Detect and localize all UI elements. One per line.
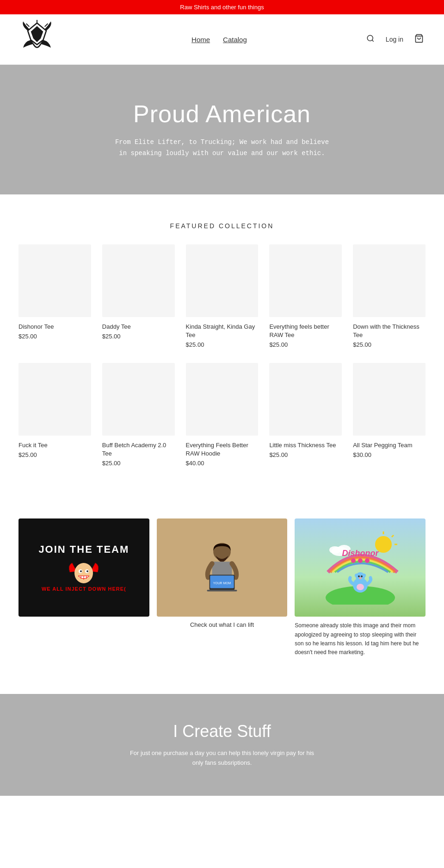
product-price: $25.00 — [102, 460, 175, 467]
product-name: Everything Feels Better RAW Hoodie — [186, 441, 259, 458]
svg-rect-18 — [207, 590, 237, 591]
svg-point-37 — [359, 577, 362, 579]
login-button[interactable]: Log in — [384, 34, 405, 45]
product-price: $25.00 — [102, 333, 175, 340]
logo[interactable] — [18, 20, 56, 59]
product-image — [269, 244, 342, 317]
product-name: Everything feels better RAW Tee — [269, 323, 342, 339]
bottom-hero-title: I Create Stuff — [130, 722, 314, 741]
svg-line-21 — [392, 535, 394, 537]
bottom-hero-section: I Create Stuff For just one purchase a d… — [0, 694, 444, 796]
product-image — [269, 363, 342, 436]
product-price: $40.00 — [186, 460, 259, 467]
person-icon: YOUR MOM — [194, 540, 250, 595]
dishonor-block: Dishonor — [295, 518, 426, 657]
product-card[interactable]: Down with the Thickness Tee$25.00 — [353, 244, 426, 348]
nav-catalog[interactable]: Catalog — [223, 36, 247, 44]
product-card[interactable]: Little miss Thickness Tee$25.00 — [269, 363, 342, 467]
svg-point-35 — [358, 575, 360, 577]
svg-point-34 — [362, 574, 366, 577]
product-name: Fuck it Tee — [18, 441, 91, 450]
bottom-hero-subtitle: For just one purchase a day you can help… — [130, 749, 314, 768]
product-price: $25.00 — [269, 341, 342, 348]
product-name: Daddy Tee — [102, 323, 175, 331]
join-team-block: JOIN THE TEAM — [18, 518, 149, 617]
product-image — [186, 244, 259, 317]
product-price: $25.00 — [353, 341, 426, 348]
product-name: Little miss Thickness Tee — [269, 441, 342, 450]
join-team-title: JOIN THE TEAM — [38, 543, 129, 556]
product-card[interactable]: Everything Feels Better RAW Hoodie$40.00 — [186, 363, 259, 467]
image-row: JOIN THE TEAM — [0, 500, 444, 675]
product-card[interactable]: All Star Pegging Team$30.00 — [353, 363, 426, 467]
main-nav: Home Catalog — [74, 36, 364, 44]
selfie-image[interactable]: YOUR MOM — [157, 518, 288, 617]
bottom-hero-content: I Create Stuff For just one purchase a d… — [130, 722, 314, 768]
product-name: Kinda Straight, Kinda Gay Tee — [186, 323, 259, 339]
search-button[interactable] — [364, 32, 376, 47]
product-price: $25.00 — [186, 341, 259, 348]
svg-point-5 — [367, 35, 373, 41]
svg-text:Dishonor: Dishonor — [342, 549, 379, 558]
svg-point-33 — [355, 574, 358, 577]
clown-icon — [65, 558, 102, 586]
header-actions: Log in — [364, 32, 426, 47]
product-image — [102, 363, 175, 436]
hero-title: Proud American — [111, 100, 333, 128]
cart-button[interactable] — [413, 32, 426, 47]
join-team-image[interactable]: JOIN THE TEAM — [18, 518, 149, 617]
logo-icon — [18, 20, 56, 57]
svg-point-8 — [74, 563, 93, 583]
svg-line-3 — [26, 24, 30, 27]
svg-line-6 — [372, 40, 373, 41]
product-image — [353, 244, 426, 317]
featured-section: FEATURED COLLECTION Dishonor Tee$25.00Da… — [0, 194, 444, 500]
product-price: $30.00 — [353, 451, 426, 458]
join-team-subtitle: WE ALL INJECT DOWN HERE( — [42, 586, 126, 592]
product-card[interactable]: Everything feels better RAW Tee$25.00 — [269, 244, 342, 348]
product-price: $25.00 — [18, 451, 91, 458]
svg-point-38 — [357, 584, 364, 590]
product-image — [186, 363, 259, 436]
nav-home[interactable]: Home — [191, 36, 210, 44]
product-image — [18, 363, 91, 436]
svg-point-29 — [365, 558, 370, 563]
featured-heading: FEATURED COLLECTION — [18, 222, 426, 230]
hero-subtitle: From Elite Lifter, to Trucking; We work … — [111, 137, 333, 159]
product-card[interactable]: Daddy Tee$25.00 — [102, 244, 175, 348]
svg-point-28 — [358, 558, 363, 563]
svg-point-11 — [80, 570, 82, 572]
product-card[interactable]: Buff Betch Academy 2.0 Tee$25.00 — [102, 363, 175, 467]
product-card[interactable]: Dishonor Tee$25.00 — [18, 244, 91, 348]
product-card[interactable]: Fuck it Tee$25.00 — [18, 363, 91, 467]
dishonor-image[interactable]: Dishonor — [295, 518, 426, 617]
product-image — [102, 244, 175, 317]
product-card[interactable]: Kinda Straight, Kinda Gay Tee$25.00 — [186, 244, 259, 348]
product-name: Down with the Thickness Tee — [353, 323, 426, 339]
dishonor-art-icon: Dishonor — [319, 531, 402, 605]
svg-point-27 — [351, 558, 356, 563]
dishonor-description: Someone already stole this image and the… — [295, 621, 426, 657]
svg-marker-1 — [31, 26, 43, 42]
svg-point-36 — [361, 575, 363, 577]
header: Home Catalog Log in — [0, 14, 444, 65]
svg-text:YOUR MOM: YOUR MOM — [213, 581, 231, 585]
product-image — [18, 244, 91, 317]
announcement-bar: Raw Shirts and other fun things — [0, 0, 444, 14]
selfie-caption: Check out what I can lift — [157, 621, 288, 628]
svg-point-12 — [86, 570, 88, 572]
product-grid-row2: Fuck it Tee$25.00Buff Betch Academy 2.0 … — [18, 363, 426, 467]
product-price: $25.00 — [18, 333, 91, 340]
product-price: $25.00 — [269, 451, 342, 458]
announcement-text: Raw Shirts and other fun things — [180, 4, 264, 11]
search-icon — [366, 34, 375, 43]
hero-content: Proud American From Elite Lifter, to Tru… — [111, 100, 333, 159]
selfie-block: YOUR MOM Check out what I can lift — [157, 518, 288, 628]
hero-section: Proud American From Elite Lifter, to Tru… — [0, 65, 444, 194]
product-image — [353, 363, 426, 436]
product-name: Buff Betch Academy 2.0 Tee — [102, 441, 175, 458]
product-grid-row1: Dishonor Tee$25.00Daddy Tee$25.00Kinda S… — [18, 244, 426, 348]
product-name: Dishonor Tee — [18, 323, 91, 331]
product-name: All Star Pegging Team — [353, 441, 426, 450]
svg-point-25 — [329, 546, 340, 554]
